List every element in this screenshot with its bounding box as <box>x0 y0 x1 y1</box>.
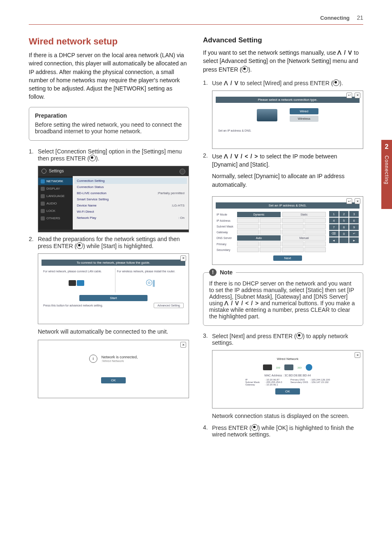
keypad-key[interactable]: 1 <box>329 211 339 217</box>
right-column: Advanced Setting If you want to set the … <box>203 36 363 442</box>
ok-button[interactable]: OK <box>101 377 126 383</box>
back-icon[interactable]: ↩ <box>346 198 352 204</box>
header-page-number: 21 <box>357 14 363 21</box>
step-2-footer: Network will automatically be connected … <box>38 327 189 336</box>
type-footer: Set an IP address & DNS. <box>218 129 357 132</box>
close-icon[interactable]: ✕ <box>355 198 360 204</box>
preparation-body: Before setting the wired network, you ne… <box>35 121 183 135</box>
keypad-key[interactable]: ◄ <box>329 237 339 243</box>
keypad-key[interactable]: ↵ <box>349 231 359 237</box>
keypad-key[interactable]: 0 <box>339 231 349 237</box>
screenshot-ip-settings: ↩✕ Set an IP address & DNS. IP ModeDynam… <box>212 196 363 265</box>
setting-row[interactable]: Connection Status <box>74 184 187 190</box>
step-1-body: Select [Connection Setting] option in th… <box>38 148 189 162</box>
dynamic-tab[interactable]: Dynamic <box>237 212 281 217</box>
note-icon: ! <box>209 269 217 276</box>
gear-icon <box>42 169 46 174</box>
step-number: 2. <box>29 236 38 249</box>
secondary-label: Secondary <box>217 248 235 251</box>
up-down-left-right-icon: Ʌ / V / < / > <box>224 300 259 306</box>
keypad-key[interactable]: ⌫ <box>329 231 339 237</box>
keypad-key[interactable]: 5 <box>339 218 349 223</box>
setting-row[interactable]: Device Name:LG-HTS <box>74 202 187 209</box>
guide-wired-text: For wired network, please connect LAN ca… <box>43 270 110 273</box>
screenshot-connection-type: ↩✕ Please select a network connection ty… <box>212 91 363 149</box>
primary-label: Primary <box>217 243 235 246</box>
sidebar-item-network[interactable]: NETWORK <box>38 178 73 185</box>
enter-icon <box>296 332 303 339</box>
device-node-icon <box>263 364 272 370</box>
adv-step-3: Select [Next] and press ENTER () to appl… <box>212 332 363 346</box>
info-icon: i <box>89 355 97 363</box>
screenshot-connected: ✕ i Network is connected, :Wired Network… <box>38 340 189 398</box>
wireless-option[interactable]: Wireless <box>290 116 319 122</box>
keypad-key[interactable]: 3 <box>349 211 359 217</box>
preparation-title: Preparation <box>35 112 183 119</box>
chapter-tab-label: Connecting <box>384 155 390 185</box>
keypad-key[interactable]: 9 <box>349 224 359 230</box>
keypad-key[interactable]: ► <box>349 237 359 243</box>
step-3-footer: Network connection status is displayed o… <box>212 412 363 420</box>
sidebar-item-others[interactable]: OTHERS <box>38 215 73 222</box>
keypad-key[interactable]: 7 <box>329 224 339 230</box>
subnet-label: Subnet Mask <box>217 225 235 228</box>
auto-tab[interactable]: Auto <box>237 235 281 241</box>
keypad-key[interactable]: 6 <box>349 218 359 223</box>
advanced-setting-button[interactable]: Advanced Setting <box>154 303 184 308</box>
ok-button[interactable]: OK <box>275 388 300 395</box>
enter-icon <box>242 66 248 72</box>
keypad-key[interactable]: 2 <box>339 211 349 217</box>
up-down-left-right-icon: Ʌ / V / < / > <box>224 153 258 160</box>
screenshot-connect-guide: ✕ To connect to the network, please foll… <box>38 253 189 324</box>
router-node-icon <box>284 364 293 370</box>
advanced-intro: If you want to set the network settings … <box>203 49 363 74</box>
sidebar-item-language[interactable]: LANGUAGE <box>38 193 73 200</box>
sidebar-item-display[interactable]: DISPLAY <box>38 185 73 193</box>
ip-mode-label: IP Mode <box>217 213 235 216</box>
audio-icon <box>41 202 45 206</box>
step-number: 2. <box>203 152 212 192</box>
connected-line-2: :Wired Network <box>101 359 138 363</box>
setting-row[interactable]: Connection Setting <box>74 178 187 184</box>
dns-label: DNS Server <box>217 237 235 239</box>
setting-row[interactable]: Smart Service Setting <box>74 196 187 202</box>
manual-tab[interactable]: Manual <box>282 235 326 241</box>
display-icon <box>41 187 45 191</box>
step-number: 4. <box>203 424 212 438</box>
close-icon[interactable]: ✕ <box>355 352 360 358</box>
chapter-tab: 2 Connecting <box>381 140 392 209</box>
wired-option[interactable]: Wired <box>290 108 319 114</box>
next-button[interactable]: Next <box>273 255 302 261</box>
close-icon[interactable]: ✕ <box>180 342 186 348</box>
note-body: If there is no DHCP server on the networ… <box>209 280 357 320</box>
numeric-keypad: 123 456 789 ⌫0↵ ◄► <box>329 211 359 253</box>
static-tab[interactable]: Static <box>282 212 326 217</box>
keypad-key[interactable] <box>339 237 349 243</box>
step-number: 3. <box>203 332 212 346</box>
enter-icon <box>76 242 83 249</box>
setting-row[interactable]: BD-LIVE connection:Partially permitted <box>74 190 187 196</box>
adv-step-4: Press ENTER () while [OK] is highlighted… <box>212 424 363 438</box>
back-icon[interactable]: ↩ <box>346 93 352 98</box>
sidebar-item-lock[interactable]: LOCK <box>38 207 73 215</box>
network-icon <box>41 179 45 183</box>
sidebar-item-audio[interactable]: AUDIO <box>38 200 73 207</box>
status-title: Wired Network <box>212 357 363 361</box>
close-icon[interactable]: ✕ <box>355 93 360 98</box>
left-column: Wired network setup If there is a DHCP s… <box>29 36 189 442</box>
link-icon: ››› <box>297 365 302 370</box>
gateway-label: Gateway <box>217 231 235 234</box>
start-button[interactable]: Start <box>79 295 148 301</box>
step-number: 1. <box>29 148 38 162</box>
setting-row[interactable]: Wi-Fi Direct <box>74 209 187 215</box>
section-title: Wired network setup <box>29 36 189 47</box>
keypad-key[interactable]: 4 <box>329 218 339 223</box>
note-box: ! Note If there is no DHCP server on the… <box>203 272 363 326</box>
enter-icon <box>89 155 96 161</box>
step-number: 1. <box>203 79 212 86</box>
setting-row[interactable]: Network Play: On <box>74 215 187 221</box>
ip-title: Set an IP address & DNS. <box>216 202 360 209</box>
enter-icon <box>251 424 258 431</box>
keypad-key[interactable]: 8 <box>339 224 349 230</box>
close-icon[interactable]: ✕ <box>180 255 186 261</box>
